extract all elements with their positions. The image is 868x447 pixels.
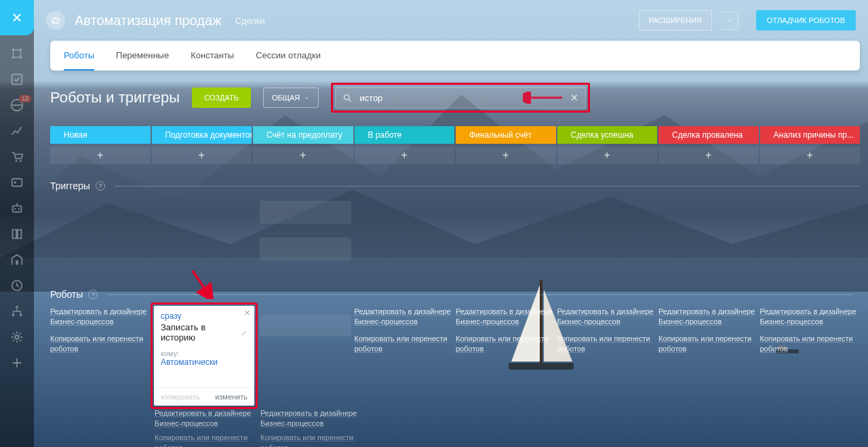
svg-point-30 [54, 20, 55, 22]
link-edit-bp[interactable]: Редактировать в дизайнере Бизнес-процесс… [456, 307, 556, 327]
svg-rect-14 [12, 75, 22, 85]
stage-add-4[interactable]: + [456, 147, 556, 164]
rail-icon-clock[interactable] [9, 278, 24, 293]
link-copy-move[interactable]: Копировать или перенести роботов [557, 334, 658, 354]
card-close-icon[interactable]: ✕ [244, 309, 250, 317]
card-edit[interactable]: изменить [215, 393, 248, 401]
robots-col-3: Редактировать в дизайнере Бизнес-процесс… [355, 307, 455, 360]
robot-debugger-button[interactable]: ОТЛАДЧИК РОБОТОВ [756, 10, 856, 31]
stage-7[interactable]: Анализ причины пр... [760, 126, 861, 144]
svg-point-21 [14, 208, 16, 210]
link-edit-bp[interactable]: Редактировать в дизайнере Бизнес-процесс… [355, 307, 455, 327]
stage-4[interactable]: Финальный счёт [456, 126, 556, 144]
trigger-ghost-1 [260, 201, 351, 224]
tab-variables[interactable]: Переменные [116, 41, 169, 71]
stage-add-0[interactable]: + [50, 147, 151, 164]
svg-marker-0 [0, 95, 868, 258]
card-when: сразу [161, 311, 248, 321]
svg-rect-20 [13, 206, 22, 212]
svg-point-16 [16, 160, 18, 162]
extensions-dropdown[interactable] [721, 12, 738, 30]
robots-col-2 [253, 307, 353, 360]
stage-2[interactable]: Счёт на предоплату [253, 126, 353, 144]
tab-constants[interactable]: Константы [191, 41, 234, 71]
rail-icon-1[interactable] [9, 46, 24, 61]
search-box[interactable]: ✕ [335, 87, 586, 109]
link-copy-move[interactable]: Копировать или перенести роботов [260, 433, 365, 447]
tab-sessions[interactable]: Сессии отладки [256, 41, 321, 71]
svg-point-28 [15, 335, 19, 339]
svg-point-27 [20, 314, 22, 317]
search-clear-icon[interactable]: ✕ [570, 92, 578, 103]
stage-add-2[interactable]: + [253, 147, 353, 164]
stage-label: Новая [64, 130, 87, 140]
trigger-ghost-2 [260, 237, 351, 260]
robots-col-5: Редактировать в дизайнере Бизнес-процесс… [557, 307, 658, 360]
link-copy-move[interactable]: Копировать или перенести роботов [355, 334, 455, 354]
link-copy-move[interactable]: Копировать или перенести роботов [155, 433, 259, 447]
stages-row: НоваяПодготовка документовСчёт на предоп… [50, 126, 860, 144]
stage-label: Счёт на предоплату [267, 130, 342, 140]
card-title: Записать в историю [161, 322, 248, 343]
rail-icon-sitemap[interactable] [9, 304, 24, 319]
robots-links-grid-lower: Редактировать в дизайнере Бизнес-процесс… [155, 408, 860, 447]
stage-add-5[interactable]: + [557, 147, 658, 164]
extensions-button[interactable]: РАСШИРЕНИЯ [639, 10, 712, 31]
card-to-label: кому: [161, 349, 248, 357]
svg-point-32 [344, 94, 350, 100]
link-edit-bp[interactable]: Редактировать в дизайнере Бизнес-процесс… [760, 307, 861, 327]
link-copy-move[interactable]: Копировать или перенести роботов [760, 334, 861, 354]
search-highlight: ✕ [331, 83, 590, 113]
rail-badge: 12 [19, 95, 31, 102]
svg-rect-23 [16, 260, 18, 265]
rail-icon-checkbox[interactable] [9, 72, 24, 87]
link-copy-move[interactable]: Копировать или перенести роботов [456, 334, 556, 354]
tab-robots[interactable]: Роботы [64, 41, 94, 71]
rail-icon-plus[interactable] [9, 355, 24, 370]
create-button[interactable]: СОЗДАТЬ [192, 88, 251, 108]
rail-icon-gear[interactable] [9, 330, 24, 345]
link-copy-move[interactable]: Копировать или перенести роботов [658, 334, 759, 354]
svg-point-19 [14, 181, 16, 184]
rail-icon-cart[interactable] [9, 149, 24, 164]
link-edit-bp[interactable]: Редактировать в дизайнере Бизнес-процесс… [557, 307, 658, 327]
link-edit-bp[interactable]: Редактировать в дизайнере Бизнес-процесс… [658, 307, 759, 327]
rail-icon-book[interactable] [9, 227, 24, 241]
rail-icon-contact[interactable] [9, 175, 24, 190]
stage-add-7[interactable]: + [760, 147, 861, 164]
rail-icon-chart[interactable] [9, 123, 24, 138]
help-icon-2[interactable]: ? [88, 290, 98, 299]
breadcrumb-link[interactable]: Сделки [235, 16, 264, 26]
stage-label: Сделка провалена [672, 130, 743, 140]
robots-label: Роботы [50, 289, 83, 300]
rail-icon-badge[interactable]: 12 [9, 98, 24, 113]
stage-6[interactable]: Сделка провалена [658, 126, 759, 144]
close-panel-button[interactable] [0, 0, 34, 35]
stage-0[interactable]: Новая [50, 126, 151, 144]
edit-icon[interactable] [241, 329, 248, 336]
link-edit-bp[interactable]: Редактировать в дизайнере Бизнес-процесс… [50, 307, 151, 327]
svg-point-17 [20, 160, 22, 162]
robot-card[interactable]: ✕ сразу Записать в историю кому: Автомат… [154, 306, 254, 406]
title-row: Роботы и триггеры СОЗДАТЬ ОБЩАЯ ✕ [50, 83, 860, 113]
stage-add-1[interactable]: + [152, 147, 252, 164]
stage-add-6[interactable]: + [658, 147, 759, 164]
rail-icon-robot[interactable] [9, 201, 24, 216]
scope-dropdown[interactable]: ОБЩАЯ [263, 88, 319, 108]
card-copy[interactable]: копировать [161, 393, 200, 401]
robot-card-highlight: ✕ сразу Записать в историю кому: Автомат… [151, 303, 258, 409]
link-copy-move[interactable]: Копировать или перенести роботов [50, 334, 151, 354]
rail-icon-building[interactable] [9, 252, 24, 267]
svg-rect-29 [52, 18, 58, 23]
help-icon[interactable]: ? [96, 181, 105, 191]
robots-col-7: Редактировать в дизайнере Бизнес-процесс… [760, 307, 861, 360]
stage-1[interactable]: Подготовка документов [152, 126, 252, 144]
stage-5[interactable]: Сделка успешна [557, 126, 658, 144]
link-edit-bp[interactable]: Редактировать в дизайнере Бизнес-процесс… [260, 408, 365, 429]
stage-add-3[interactable]: + [355, 147, 455, 164]
stage-3[interactable]: В работе [355, 126, 455, 144]
annotation-arrow-card [189, 268, 216, 299]
svg-point-26 [12, 314, 15, 317]
search-input[interactable] [359, 93, 516, 103]
link-edit-bp[interactable]: Редактировать в дизайнере Бизнес-процесс… [155, 408, 259, 429]
